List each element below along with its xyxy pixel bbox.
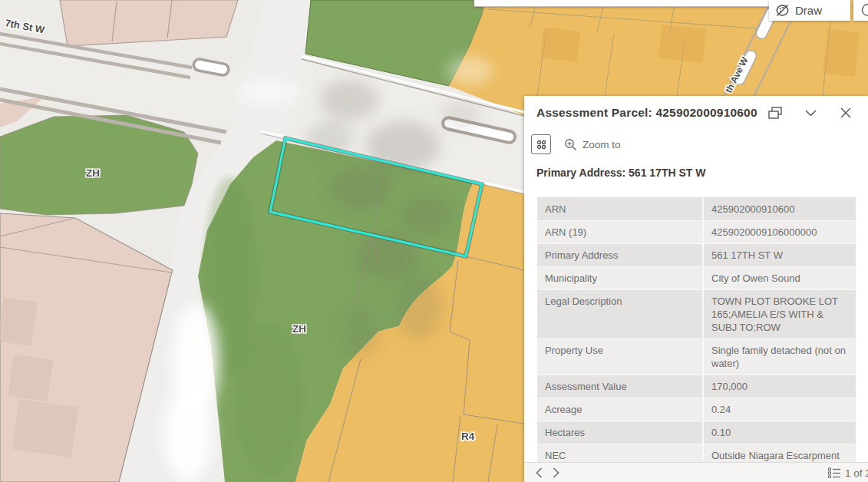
table-row: Primary Address561 17TH ST W	[537, 244, 856, 267]
previous-feature-button[interactable]	[530, 464, 547, 481]
search-icon-partial[interactable]	[853, 0, 868, 21]
popup-header: Assessment Parcel: 425902000910600	[524, 96, 868, 130]
palette-icon	[775, 3, 790, 18]
search-icon	[860, 3, 868, 20]
table-row: MunicipalityCity of Owen Sound	[537, 267, 856, 290]
feature-list-icon[interactable]	[828, 467, 840, 478]
attribute-value: 0.24	[704, 398, 856, 421]
attribute-label: Legal Description	[537, 290, 704, 338]
attribute-label: Property Use	[537, 339, 704, 375]
attribute-table: ARN425902000910600ARN (19)42590200091060…	[537, 197, 856, 463]
attribute-value: Single family detached (not on water)	[704, 339, 856, 375]
dock-button[interactable]	[757, 96, 793, 130]
draw-button-label: Draw	[795, 4, 822, 17]
collapse-button[interactable]	[793, 96, 828, 130]
table-row: Acreage0.24	[537, 398, 856, 421]
chevron-down-icon	[805, 110, 817, 117]
attribute-value: Outside Niagara Escarpment Plan	[704, 444, 856, 463]
feature-count: 1 of 2	[845, 467, 868, 479]
attribute-label: ARN	[537, 198, 704, 220]
zone-label-zh-left: ZH	[86, 167, 100, 179]
attribute-label: Municipality	[537, 267, 704, 289]
table-row: Assessment Value170,000	[537, 375, 856, 398]
attribute-value: TOWN PLOT BROOKE LOT 165;AMELIA E/S WITH…	[704, 290, 856, 338]
popup-action-bar: Zoom to	[524, 130, 868, 159]
chevron-left-icon	[536, 467, 543, 478]
attribute-value: 0.10	[704, 421, 856, 444]
grid-dots-icon	[536, 139, 547, 150]
attribute-label: Hectares	[537, 421, 704, 444]
table-row: NECOutside Niagara Escarpment Plan	[537, 444, 856, 463]
app-window: 7th St W ZH ZH R4 th Ave W Draw Assess	[0, 0, 868, 482]
dock-icon	[767, 106, 784, 121]
assessment-parcel-popup: Assessment Parcel: 425902000910600	[524, 96, 868, 482]
search-bar-partial[interactable]	[474, 0, 769, 7]
zone-label-r4: R4	[461, 431, 475, 442]
zoom-to-action[interactable]: Zoom to	[564, 138, 621, 151]
attribute-label: NEC	[537, 444, 704, 463]
attribute-value: 170,000	[704, 375, 856, 398]
table-row: Hectares0.10	[537, 421, 856, 444]
zoom-in-icon	[564, 138, 577, 151]
attribute-value: City of Owen Sound	[704, 267, 856, 289]
attribute-value: 561 17TH ST W	[704, 244, 856, 266]
draw-button[interactable]: Draw	[769, 0, 850, 21]
next-feature-button[interactable]	[547, 464, 564, 481]
popup-title: Assessment Parcel: 425902000910600	[524, 106, 757, 120]
zoom-to-label: Zoom to	[583, 139, 621, 150]
popup-pagination-bar: 1 of 2	[524, 462, 868, 482]
table-row: Legal DescriptionTOWN PLOT BROOKE LOT 16…	[537, 290, 856, 339]
attribute-label: ARN (19)	[537, 221, 704, 243]
close-button[interactable]	[828, 96, 863, 130]
primary-address-heading: Primary Address: 561 17TH ST W	[536, 167, 705, 179]
table-row: ARN (19)4259020009106000000	[537, 221, 856, 244]
attribute-label: Primary Address	[537, 244, 704, 266]
close-icon	[840, 107, 851, 118]
attribute-value: 4259020009106000000	[704, 221, 856, 243]
attribute-label: Acreage	[537, 398, 704, 421]
attribute-value: 425902000910600	[704, 198, 856, 220]
zone-label-zh-center: ZH	[292, 323, 306, 335]
attribute-label: Assessment Value	[537, 375, 704, 398]
table-row: ARN425902000910600	[537, 198, 856, 221]
table-row: Property UseSingle family detached (not …	[537, 339, 856, 375]
chevron-right-icon	[553, 467, 559, 478]
feature-menu-button[interactable]	[531, 134, 551, 154]
